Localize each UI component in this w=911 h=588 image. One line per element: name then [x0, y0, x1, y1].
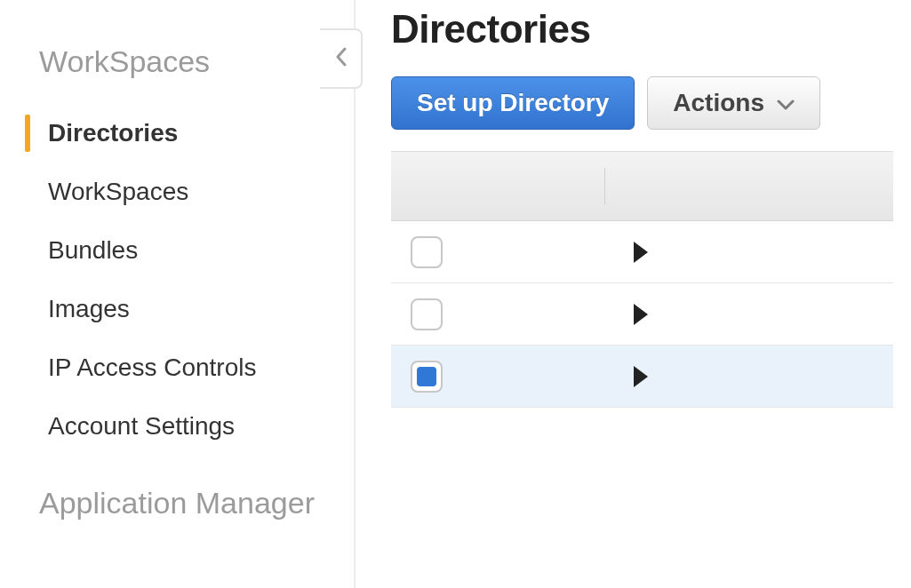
main-content: Directories Set up Directory Actions	[356, 0, 911, 588]
chevron-left-icon	[334, 47, 347, 70]
directories-table	[391, 151, 893, 408]
table-row[interactable]	[391, 283, 893, 346]
sidebar-heading-workspaces: WorkSpaces	[0, 36, 354, 104]
actions-dropdown-button[interactable]: Actions	[647, 76, 820, 130]
table-row[interactable]	[391, 346, 893, 408]
chevron-down-icon	[777, 89, 795, 117]
sidebar-item-images[interactable]: Images	[0, 280, 354, 338]
sidebar-item-ip-access-controls[interactable]: IP Access Controls	[0, 338, 354, 397]
row-checkbox[interactable]	[411, 361, 443, 393]
expand-row-icon[interactable]	[634, 242, 648, 263]
page-title: Directories	[391, 7, 911, 52]
expand-row-icon[interactable]	[634, 366, 648, 387]
sidebar-item-workspaces[interactable]: WorkSpaces	[0, 163, 354, 221]
collapse-sidebar-button[interactable]	[320, 28, 363, 89]
set-up-directory-button[interactable]: Set up Directory	[391, 76, 635, 130]
sidebar-item-directories[interactable]: Directories	[0, 104, 354, 163]
table-header	[391, 152, 893, 221]
actions-button-label: Actions	[673, 89, 764, 117]
row-checkbox[interactable]	[411, 298, 443, 330]
row-checkbox[interactable]	[411, 236, 443, 268]
toolbar: Set up Directory Actions	[391, 76, 911, 130]
sidebar-item-account-settings[interactable]: Account Settings	[0, 397, 354, 456]
table-row[interactable]	[391, 221, 893, 283]
expand-row-icon[interactable]	[634, 304, 648, 325]
sidebar: WorkSpaces Directories WorkSpaces Bundle…	[0, 0, 356, 588]
sidebar-heading-application-manager: Application Manager	[0, 456, 354, 545]
sidebar-item-bundles[interactable]: Bundles	[0, 221, 354, 280]
